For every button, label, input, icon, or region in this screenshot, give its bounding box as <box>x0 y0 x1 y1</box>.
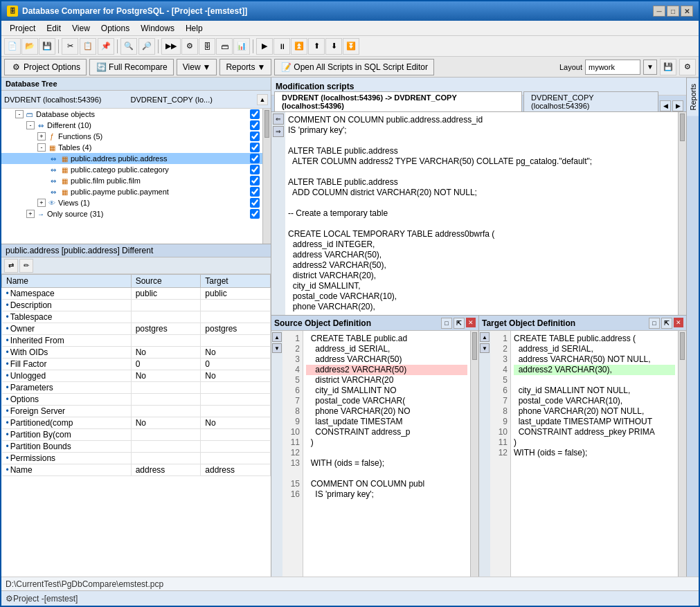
layout-save-btn[interactable]: 💾 <box>660 59 676 75</box>
toolbar-nav4[interactable]: ⬆ <box>308 38 325 55</box>
toolbar-nav5[interactable]: ⬇ <box>325 38 342 55</box>
toolbar-btn5[interactable]: 📊 <box>233 38 250 55</box>
tree-address-check[interactable] <box>250 154 260 163</box>
tree-node-only-source[interactable]: + → Only source (31) <box>1 208 262 219</box>
expand-only-source[interactable]: + <box>26 210 35 218</box>
toolbar-nav2[interactable]: ⏸ <box>273 38 290 55</box>
tree-scroll-up[interactable]: ▲ <box>257 94 268 105</box>
source-scrollbar[interactable] <box>470 331 478 577</box>
project-options-button[interactable]: ⚙ Project Options <box>4 59 87 75</box>
mod-pin-btn[interactable]: ◀ <box>660 100 671 111</box>
toolbar-nav1[interactable]: ▶ <box>256 38 273 55</box>
script-line: ALTER TABLE public.address <box>288 146 675 156</box>
toolbar-cut[interactable]: ✂ <box>62 38 78 55</box>
expand-views[interactable]: + <box>37 199 46 207</box>
maximize-button[interactable]: □ <box>667 6 679 17</box>
script-content[interactable]: COMMENT ON COLUMN public.address.address… <box>285 112 678 315</box>
tree-node-functions[interactable]: + ƒ Functions (5) <box>1 131 262 142</box>
tree-node-payment[interactable]: ⇔ ▦ public.payme public.payment <box>1 186 262 197</box>
toolbar-nav3[interactable]: ⏫ <box>291 38 307 55</box>
toolbar-btn4[interactable]: 🗃 <box>216 38 233 55</box>
tree-tables-check[interactable] <box>250 143 260 152</box>
tree-category-label: public.catego public.category <box>71 165 250 174</box>
tab-dvdrent-to-copy[interactable]: DVDRENT (localhost:54396) -> DVDRENT_COP… <box>274 91 522 111</box>
tree-dbobjects-check[interactable] <box>250 109 260 119</box>
src-nav-down[interactable]: ▼ <box>272 343 282 353</box>
tab-dvdrent-copy[interactable]: DVDRENT_COPY (localhost:54396) <box>523 91 658 111</box>
source-code-area[interactable]: 123456789101112131516 CREATE TABLE publi… <box>282 331 470 577</box>
source-close-btn[interactable]: ✕ <box>466 318 476 327</box>
target-close-btn[interactable]: ✕ <box>674 318 683 327</box>
menu-view[interactable]: View <box>66 21 96 35</box>
tree-views-check[interactable] <box>250 198 260 208</box>
tree-scrollbar[interactable] <box>262 109 271 244</box>
source-scroll-thumb[interactable] <box>472 332 477 360</box>
menu-help[interactable]: Help <box>180 21 208 35</box>
tree-category-check[interactable] <box>250 165 260 174</box>
tree-scroll-area[interactable]: - 🗃 Database objects - ⇔ <box>1 109 262 244</box>
tree-node-dbobjects[interactable]: - 🗃 Database objects <box>1 109 262 120</box>
toolbar-btn1[interactable]: ▶▶ <box>161 38 181 55</box>
toolbar-nav6[interactable]: ⏬ <box>343 38 359 55</box>
props-edit-btn[interactable]: ✏ <box>19 259 33 273</box>
source-line-numbers: 123456789101112131516 <box>282 331 303 577</box>
src-nav-up[interactable]: ▲ <box>272 332 282 342</box>
target-expand-btn[interactable]: ⇱ <box>661 318 672 329</box>
tree-film-check[interactable] <box>250 176 260 185</box>
tree-scroll-thumb[interactable] <box>264 110 269 138</box>
source-pin-btn[interactable]: □ <box>441 318 452 329</box>
layout-config-btn[interactable]: ⚙ <box>679 59 696 75</box>
reports-sidebar-tab[interactable]: Reports <box>687 78 699 116</box>
tree-node-views[interactable]: + 👁 Views (1) <box>1 197 262 208</box>
toolbar-open[interactable]: 📂 <box>21 38 38 55</box>
mod-expand-btn[interactable]: ▶ <box>672 100 683 111</box>
toolbar-paste[interactable]: 📌 <box>98 38 114 55</box>
tree-node-category[interactable]: ⇔ ▦ public.catego public.category <box>1 164 262 175</box>
toolbar-save[interactable]: 💾 <box>39 38 55 55</box>
target-code-area[interactable]: 123456789101112CREATE TABLE public.addre… <box>490 331 678 577</box>
tree-functions-check[interactable] <box>250 132 260 141</box>
tree-only-source-check[interactable] <box>250 209 260 219</box>
menu-windows[interactable]: Windows <box>135 21 180 35</box>
tree-different-check[interactable] <box>250 120 260 130</box>
target-pin-btn[interactable]: □ <box>649 318 660 329</box>
menu-options[interactable]: Options <box>96 21 135 35</box>
toolbar-copy[interactable]: 📋 <box>80 38 96 55</box>
source-expand-btn[interactable]: ⇱ <box>454 318 465 329</box>
script-nav-sync-right[interactable]: ⇒ <box>273 126 284 137</box>
script-scroll-thumb[interactable] <box>680 114 685 141</box>
close-button[interactable]: ✕ <box>681 6 693 17</box>
view-button[interactable]: View ▼ <box>177 59 217 75</box>
props-sync-btn[interactable]: ⇄ <box>4 259 18 273</box>
toolbar-new[interactable]: 📄 <box>4 38 21 55</box>
tgt-nav-up[interactable]: ▲ <box>480 332 490 342</box>
layout-input[interactable] <box>585 60 640 75</box>
tgt-nav-down[interactable]: ▼ <box>480 343 490 353</box>
toolbar-btn2[interactable]: ⚙ <box>181 38 198 55</box>
target-scrollbar[interactable] <box>678 331 686 577</box>
expand-dbobjects[interactable]: - <box>15 110 24 118</box>
toolbar-btn3[interactable]: 🗄 <box>199 38 215 55</box>
tree-node-tables[interactable]: - ▦ Tables (4) <box>1 142 262 153</box>
reports-button[interactable]: Reports ▼ <box>219 59 271 75</box>
toolbar-find[interactable]: 🔎 <box>138 38 155 55</box>
expand-different[interactable]: - <box>26 121 35 129</box>
script-nav-sync-left[interactable]: ⇐ <box>273 114 284 125</box>
tree-node-film[interactable]: ⇔ ▦ public.film public.film <box>1 175 262 186</box>
menu-project[interactable]: Project <box>4 21 41 35</box>
target-scroll-thumb[interactable] <box>680 332 685 360</box>
script-scrollbar[interactable] <box>678 112 686 315</box>
full-recompare-button[interactable]: 🔄 Full Recompare <box>89 59 174 75</box>
expand-functions[interactable]: + <box>37 132 46 141</box>
prop-target <box>201 382 271 394</box>
expand-tables[interactable]: - <box>37 143 46 152</box>
tree-node-address[interactable]: ⇔ ▦ public.addres public.address <box>1 153 262 164</box>
open-all-scripts-button[interactable]: 📝 Open All Scripts in SQL Script Editor <box>274 59 434 75</box>
tree-payment-check[interactable] <box>250 187 260 197</box>
menu-edit[interactable]: Edit <box>41 21 66 35</box>
minimize-button[interactable]: ─ <box>653 6 665 17</box>
tree-node-different[interactable]: - ⇔ Different (10) <box>1 120 262 131</box>
tree-header: Database Tree <box>1 78 271 91</box>
toolbar-search[interactable]: 🔍 <box>120 38 137 55</box>
layout-dropdown-btn[interactable]: ▼ <box>643 60 657 75</box>
